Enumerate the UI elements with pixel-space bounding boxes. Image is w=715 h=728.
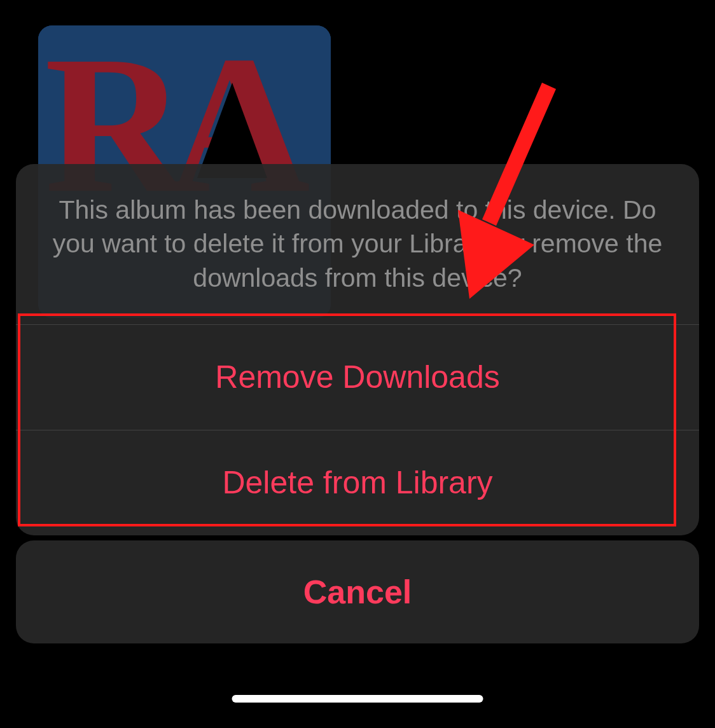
delete-from-library-button[interactable]: Delete from Library — [16, 430, 699, 535]
action-sheet: This album has been downloaded to this d… — [16, 164, 699, 535]
sheet-message: This album has been downloaded to this d… — [16, 164, 699, 324]
remove-downloads-button[interactable]: Remove Downloads — [16, 324, 699, 430]
home-indicator — [232, 695, 483, 703]
cancel-button[interactable]: Cancel — [16, 540, 699, 643]
